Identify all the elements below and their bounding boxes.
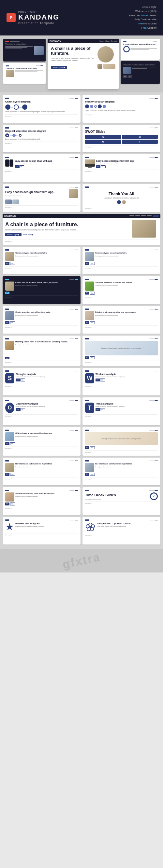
bar-stools-1-title: Bar stools are tall chairs for high tabl… xyxy=(15,463,78,465)
hero-section: They come to various shapes xyxy=(0,35,163,92)
swot-o: O xyxy=(85,140,121,144)
opportunity-body: Lorem ipsum dolor sit amet consectetur a… xyxy=(16,405,78,407)
rocking-1-body: Lorem ipsum dolor sit amet. xyxy=(15,344,78,346)
bar-stools-2-body: Lorem ipsum dolor sit amet. xyxy=(95,466,158,468)
common-types-1-footer: kandang.id xyxy=(5,266,78,269)
time-break-clock xyxy=(150,492,158,500)
feature-2: Widescreen (16:9) xyxy=(129,9,157,14)
folding-chairs-footer: kandang.id xyxy=(85,326,158,328)
row-1: Chain cycle diagram Lorem ipsum dolor si… xyxy=(3,95,160,123)
main-heading: A chair is a piece of furniture. xyxy=(51,46,96,56)
diagonal-serpentine-title: Diagonal serpentine process diagram xyxy=(5,130,78,132)
infinity-circular-body: Lorem ipsum dolor sit amet consectetur a… xyxy=(85,110,158,112)
office-chairs-footer: kandang.id xyxy=(5,446,78,449)
website-link: Watch Video ▶ xyxy=(23,234,33,236)
strengths-body: Lorem ipsum dolor sit amet consectetur a… xyxy=(16,376,78,378)
can-be-made-footer: kandang.id xyxy=(5,295,78,298)
weakness-letter: W xyxy=(85,373,94,383)
infinity-circular-title: Infinity circular diagram xyxy=(85,100,158,103)
furniture-sets-footer: kandang.id xyxy=(5,326,78,328)
nav-home xyxy=(130,215,134,216)
common-types-1-slide: Common types include armchairs. Lorem ip… xyxy=(3,247,81,274)
svg-point-4 xyxy=(86,525,89,528)
easy-access-large-body: Lorem ipsum dolor sit amet. xyxy=(5,195,67,197)
brand-label: POWERPOINT xyxy=(18,11,59,13)
weakness-title: Weakness analysis xyxy=(96,373,158,375)
website-footer: kandang.id xyxy=(5,240,158,242)
watermark-section: gfxtra xyxy=(0,549,163,572)
nav-brand: KANDANG xyxy=(50,40,61,42)
star-icon: ★ xyxy=(5,522,14,532)
slide-brand-text: They come to various shapes xyxy=(5,43,44,45)
thank-you-slide: Thank You All Lorem ipsum dolor sit amet… xyxy=(82,184,160,212)
nav-contact xyxy=(141,215,146,216)
rocking-placeholder-text: Rocking chairs have a curved base for a … xyxy=(101,347,142,349)
antique-chairs-body: Lorem ipsum dolor sit amet consectetur. xyxy=(15,496,78,498)
folding-chairs-slide: Folding chairs are portable and convenie… xyxy=(82,306,160,334)
easy-access-monitor-title: Easy access design chair with app xyxy=(96,159,158,162)
strengths-slide: S Strengths analysis Lorem ipsum dolor s… xyxy=(3,368,81,396)
opportunity-letter: O xyxy=(5,403,15,413)
can-be-made-body: Lorem ipsum dolor sit amet consectetur. xyxy=(15,285,78,287)
essential-title: They are essential in homes and offices. xyxy=(95,281,158,284)
common-types-1-title: Common types include armchairs. xyxy=(15,252,78,254)
chain-cycle-slide: Chain cycle diagram Lorem ipsum dolor si… xyxy=(3,95,81,123)
infographic-cycle-icon xyxy=(85,522,96,532)
website-cta[interactable]: Started Project ▶ xyxy=(5,233,22,236)
rocking-1-footer: kandang.id xyxy=(5,361,78,363)
row-9: S Strengths analysis Lorem ipsum dolor s… xyxy=(3,368,160,396)
bar-stools-1-footer: kandang.id xyxy=(5,477,78,480)
folding-chairs-body: Lorem ipsum dolor sit amet consectetur. xyxy=(95,314,158,316)
website-nav-links xyxy=(130,215,159,217)
furniture-sets-slide: Chairs are often part of furniture sets.… xyxy=(3,306,81,334)
hero-slide-white-1: Common types include armchairs. xyxy=(3,63,46,84)
diagonal-serpentine-footer: kandang.id xyxy=(5,142,78,144)
gfxtra-watermark: gfxtra xyxy=(61,550,102,571)
feature-5: Free Font Used xyxy=(129,22,157,26)
svg-point-2 xyxy=(90,528,93,531)
row-5: Common types include armchairs. Lorem ip… xyxy=(3,247,160,274)
time-break-slide: Time Break Slides Lorem ipsum dolor sit … xyxy=(82,487,160,515)
hero-slide-right-1: It typically has a seat and backrest. xyxy=(120,39,160,60)
row-10: O Opportunity analysis Lorem ipsum dolor… xyxy=(3,397,160,425)
chair-circle-img xyxy=(98,46,114,62)
folded-star-title: Folded star diagram xyxy=(15,522,78,525)
thank-you-title: Thank You All xyxy=(85,192,158,196)
cta-button[interactable]: Started Project ▶ xyxy=(51,66,67,69)
row-11: Office chairs are designed for desk use.… xyxy=(3,427,160,456)
folded-star-body: Lorem ipsum dolor sit amet consectetur a… xyxy=(15,526,78,528)
essential-footer: kandang.id xyxy=(85,296,158,299)
website-body: Lorem ipsum dolor sit amet consectetur a… xyxy=(5,229,129,231)
can-be-made-title: Chairs can be made of wood, metal, or pl… xyxy=(15,281,78,284)
chain-cycle-body: Lorem ipsum dolor sit amet consectetur a… xyxy=(5,111,78,113)
rocking-chairs-placeholder: Rocking chairs have a curved base for a … xyxy=(82,336,160,366)
hero-slide-dark: They come to various shapes xyxy=(3,39,46,62)
rocking-1-title: Rocking chairs have a curved base for a … xyxy=(15,341,78,343)
row-12: Bar stools are tall chairs for high tabl… xyxy=(3,458,160,485)
time-break-body: Lorem ipsum dolor sit amet. xyxy=(85,498,148,500)
bar-stools-2-title: Bar stools are tall chairs for high tabl… xyxy=(95,463,158,465)
nav-item-2: About xyxy=(105,40,110,42)
bar-stools-1-body: Lorem ipsum dolor sit amet. xyxy=(15,466,78,468)
easy-access-large-footer: kandang.id xyxy=(5,205,78,208)
website-hero-slide: KANDANG A chair is a piece of furniture.… xyxy=(3,214,160,245)
infinity-circular-footer: kandang.id xyxy=(85,113,158,116)
folded-star-footer: kandang.id xyxy=(5,533,78,536)
strengths-title: Strengths analysis xyxy=(16,373,78,375)
antique-chairs-slide: Antique chairs may have intricate design… xyxy=(3,487,81,515)
easy-access-large-title: Easy access design chair with app xyxy=(5,190,67,194)
easy-access-phone-body: Lorem ipsum dolor sit amet consectetur. xyxy=(15,163,78,165)
antique-chairs-footer: kandang.id xyxy=(5,507,78,509)
threats-body: Lorem ipsum dolor sit amet consectetur a… xyxy=(96,405,158,407)
thank-you-body: Lorem ipsum dolor sit amet consectetur a… xyxy=(85,197,158,199)
row-4: Easy access design chair with app Lorem … xyxy=(3,184,160,212)
swot-footer: kandang.id xyxy=(85,145,158,148)
common-types-2-slide: Common types include armchairs. Lorem ip… xyxy=(82,247,160,274)
row-13: Antique chairs may have intricate design… xyxy=(3,487,160,515)
swot-s: S xyxy=(85,135,121,139)
can-be-made-slide: Chairs can be made of wood, metal, or pl… xyxy=(3,276,81,304)
time-break-title: Time Break Slides xyxy=(85,493,148,497)
feature-4: Fully Customizable xyxy=(129,18,157,22)
opportunity-title: Opportunity analysis xyxy=(16,403,78,405)
easy-access-large-slide: Easy access design chair with app Lorem … xyxy=(3,184,81,212)
